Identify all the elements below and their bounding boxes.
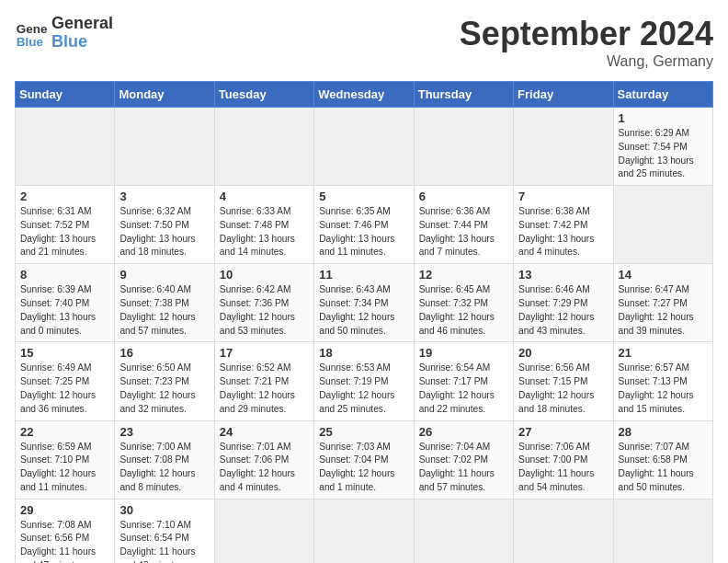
cell-info: Sunrise: 6:39 AM Sunset: 7:40 PM Dayligh… [20, 283, 109, 338]
day-number: 16 [119, 346, 209, 360]
day-number: 29 [20, 503, 109, 517]
cell-info: Sunrise: 6:50 AM Sunset: 7:23 PM Dayligh… [119, 362, 209, 416]
cell-info: Sunrise: 7:04 AM Sunset: 7:02 PM Dayligh… [419, 441, 508, 495]
cell-info: Sunrise: 6:59 AM Sunset: 7:10 PM Dayligh… [20, 441, 109, 495]
calendar-cell [514, 108, 613, 186]
cell-info: Sunrise: 6:33 AM Sunset: 7:48 PM Dayligh… [220, 205, 309, 259]
calendar-cell [314, 499, 414, 563]
calendar-cell: 5 Sunrise: 6:35 AM Sunset: 7:46 PM Dayli… [314, 186, 414, 264]
calendar-cell: 17 Sunrise: 6:52 AM Sunset: 7:21 PM Dayl… [214, 342, 313, 420]
cell-info: Sunrise: 6:40 AM Sunset: 7:38 PM Dayligh… [119, 283, 209, 338]
month-title: September 2024 [460, 15, 713, 53]
calendar-cell: 13 Sunrise: 6:46 AM Sunset: 7:29 PM Dayl… [514, 264, 613, 342]
cell-info: Sunrise: 6:29 AM Sunset: 7:54 PM Dayligh… [619, 127, 708, 181]
cell-info: Sunrise: 6:46 AM Sunset: 7:29 PM Dayligh… [518, 283, 608, 338]
logo-text: General Blue [51, 15, 113, 52]
cell-info: Sunrise: 7:06 AM Sunset: 7:00 PM Dayligh… [518, 441, 608, 495]
calendar-cell [314, 108, 414, 186]
calendar-cell: 24 Sunrise: 7:01 AM Sunset: 7:06 PM Dayl… [214, 420, 313, 499]
svg-text:Blue: Blue [17, 34, 44, 48]
calendar-week-5: 22 Sunrise: 6:59 AM Sunset: 7:10 PM Dayl… [16, 420, 713, 499]
calendar-week-4: 15 Sunrise: 6:49 AM Sunset: 7:25 PM Dayl… [16, 342, 713, 420]
calendar-cell [514, 499, 613, 563]
logo-icon: General Blue [15, 17, 48, 50]
col-header-wednesday: Wednesday [314, 82, 414, 108]
day-number: 6 [419, 190, 508, 203]
day-number: 5 [319, 190, 408, 203]
calendar-cell: 15 Sunrise: 6:49 AM Sunset: 7:25 PM Dayl… [16, 342, 115, 420]
cell-info: Sunrise: 7:10 AM Sunset: 6:54 PM Dayligh… [119, 519, 209, 563]
calendar-cell: 7 Sunrise: 6:38 AM Sunset: 7:42 PM Dayli… [514, 186, 613, 264]
calendar-cell: 22 Sunrise: 6:59 AM Sunset: 7:10 PM Dayl… [16, 420, 115, 499]
cell-info: Sunrise: 6:47 AM Sunset: 7:27 PM Dayligh… [619, 283, 708, 338]
cell-info: Sunrise: 6:56 AM Sunset: 7:15 PM Dayligh… [518, 362, 608, 416]
calendar-cell: 4 Sunrise: 6:33 AM Sunset: 7:48 PM Dayli… [214, 186, 313, 264]
day-number: 22 [20, 425, 109, 439]
calendar-cell [214, 108, 313, 186]
location: Wang, Germany [460, 53, 713, 70]
cell-info: Sunrise: 6:38 AM Sunset: 7:42 PM Dayligh… [518, 205, 608, 259]
calendar-cell: 27 Sunrise: 7:06 AM Sunset: 7:00 PM Dayl… [514, 420, 613, 499]
cell-info: Sunrise: 6:54 AM Sunset: 7:17 PM Dayligh… [419, 362, 508, 416]
day-number: 11 [319, 268, 408, 282]
cell-info: Sunrise: 6:49 AM Sunset: 7:25 PM Dayligh… [20, 362, 109, 416]
cell-info: Sunrise: 6:43 AM Sunset: 7:34 PM Dayligh… [319, 283, 408, 338]
day-number: 21 [619, 346, 708, 360]
calendar-week-3: 8 Sunrise: 6:39 AM Sunset: 7:40 PM Dayli… [16, 264, 713, 342]
col-header-tuesday: Tuesday [214, 82, 313, 108]
calendar-cell: 8 Sunrise: 6:39 AM Sunset: 7:40 PM Dayli… [16, 264, 115, 342]
calendar-table: SundayMondayTuesdayWednesdayThursdayFrid… [15, 81, 713, 563]
day-number: 24 [220, 425, 309, 439]
calendar-cell: 23 Sunrise: 7:00 AM Sunset: 7:08 PM Dayl… [115, 420, 214, 499]
cell-info: Sunrise: 7:03 AM Sunset: 7:04 PM Dayligh… [319, 441, 408, 495]
day-number: 3 [119, 190, 209, 203]
day-number: 9 [119, 268, 209, 282]
cell-info: Sunrise: 6:35 AM Sunset: 7:46 PM Dayligh… [319, 205, 408, 259]
col-header-monday: Monday [115, 82, 214, 108]
calendar-cell: 6 Sunrise: 6:36 AM Sunset: 7:44 PM Dayli… [414, 186, 513, 264]
calendar-cell [613, 499, 712, 563]
day-number: 18 [319, 346, 408, 360]
col-header-sunday: Sunday [16, 82, 115, 108]
cell-info: Sunrise: 7:07 AM Sunset: 6:58 PM Dayligh… [619, 441, 708, 495]
day-number: 13 [518, 268, 608, 282]
logo: General Blue General Blue [15, 15, 113, 52]
calendar-cell: 29 Sunrise: 7:08 AM Sunset: 6:56 PM Dayl… [16, 499, 115, 563]
calendar-week-1: 1 Sunrise: 6:29 AM Sunset: 7:54 PM Dayli… [16, 108, 713, 186]
cell-info: Sunrise: 6:57 AM Sunset: 7:13 PM Dayligh… [619, 362, 708, 416]
cell-info: Sunrise: 6:53 AM Sunset: 7:19 PM Dayligh… [319, 362, 408, 416]
calendar-cell: 14 Sunrise: 6:47 AM Sunset: 7:27 PM Dayl… [613, 264, 712, 342]
calendar-cell: 10 Sunrise: 6:42 AM Sunset: 7:36 PM Dayl… [214, 264, 313, 342]
calendar-cell: 19 Sunrise: 6:54 AM Sunset: 7:17 PM Dayl… [414, 342, 513, 420]
day-number: 12 [419, 268, 508, 282]
col-header-saturday: Saturday [613, 82, 712, 108]
calendar-cell [214, 499, 313, 563]
calendar-cell: 11 Sunrise: 6:43 AM Sunset: 7:34 PM Dayl… [314, 264, 414, 342]
page-header: General Blue General Blue September 2024… [15, 15, 713, 70]
cell-info: Sunrise: 6:36 AM Sunset: 7:44 PM Dayligh… [419, 205, 508, 259]
calendar-cell: 30 Sunrise: 7:10 AM Sunset: 6:54 PM Dayl… [115, 499, 214, 563]
calendar-cell: 26 Sunrise: 7:04 AM Sunset: 7:02 PM Dayl… [414, 420, 513, 499]
day-number: 26 [419, 425, 508, 439]
day-number: 7 [518, 190, 608, 203]
day-number: 20 [518, 346, 608, 360]
cell-info: Sunrise: 7:01 AM Sunset: 7:06 PM Dayligh… [220, 441, 309, 495]
cell-info: Sunrise: 6:52 AM Sunset: 7:21 PM Dayligh… [220, 362, 309, 416]
calendar-cell: 25 Sunrise: 7:03 AM Sunset: 7:04 PM Dayl… [314, 420, 414, 499]
day-number: 25 [319, 425, 408, 439]
cell-info: Sunrise: 7:00 AM Sunset: 7:08 PM Dayligh… [119, 441, 209, 495]
day-number: 23 [119, 425, 209, 439]
cell-info: Sunrise: 6:31 AM Sunset: 7:52 PM Dayligh… [20, 205, 109, 259]
calendar-cell [115, 108, 214, 186]
day-number: 28 [619, 425, 708, 439]
calendar-cell: 18 Sunrise: 6:53 AM Sunset: 7:19 PM Dayl… [314, 342, 414, 420]
calendar-cell [613, 186, 712, 264]
day-number: 14 [619, 268, 708, 282]
calendar-cell: 16 Sunrise: 6:50 AM Sunset: 7:23 PM Dayl… [115, 342, 214, 420]
calendar-week-6: 29 Sunrise: 7:08 AM Sunset: 6:56 PM Dayl… [16, 499, 713, 563]
calendar-cell: 28 Sunrise: 7:07 AM Sunset: 6:58 PM Dayl… [613, 420, 712, 499]
calendar-cell [414, 499, 513, 563]
day-number: 30 [119, 503, 209, 517]
calendar-cell: 20 Sunrise: 6:56 AM Sunset: 7:15 PM Dayl… [514, 342, 613, 420]
calendar-cell: 3 Sunrise: 6:32 AM Sunset: 7:50 PM Dayli… [115, 186, 214, 264]
